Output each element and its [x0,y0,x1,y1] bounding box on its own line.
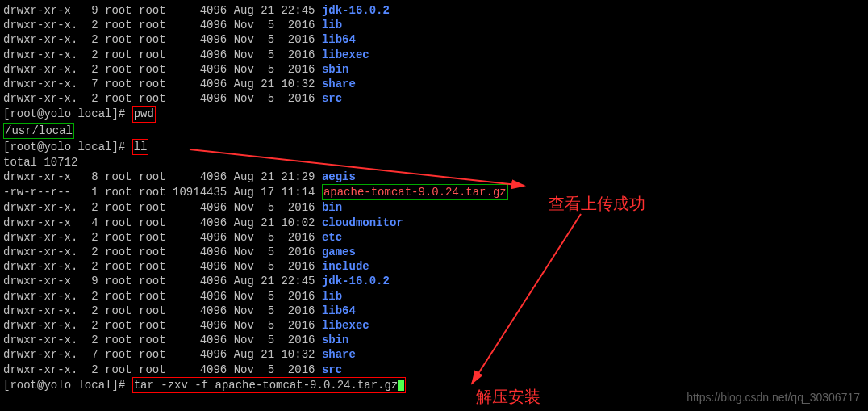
listing-row: drwxr-xr-x. 7 root root 4096 Aug 21 10:3… [3,77,865,91]
cmd-pwd: pwd [132,106,156,122]
terminal-output[interactable]: drwxr-xr-x 9 root root 4096 Aug 21 22:45… [3,3,865,393]
pwd-output: /usr/local [3,123,865,139]
listing-row: drwxr-xr-x. 2 root root 4096 Nov 5 2016 … [3,245,865,259]
cursor-icon [398,380,404,391]
annotation-upload-success: 查看上传成功 [549,193,645,214]
listing-row: drwxr-xr-x. 2 root root 4096 Nov 5 2016 … [3,200,865,215]
listing-row: drwxr-xr-x. 7 root root 4096 Aug 21 10:3… [3,347,865,362]
cmd-ll: ll [132,139,149,155]
listing-row: drwxr-xr-x. 2 root root 4096 Nov 5 2016 … [3,62,865,77]
listing-row: drwxr-xr-x 4 root root 4096 Aug 21 10:02… [3,216,865,230]
listing-row: drwxr-xr-x. 2 root root 4096 Nov 5 2016 … [3,363,865,377]
total-line: total 10712 [3,155,865,170]
listing-row: drwxr-xr-x. 2 root root 4096 Nov 5 2016 … [3,259,865,274]
listing-row: drwxr-xr-x. 2 root root 4096 Nov 5 2016 … [3,91,865,106]
prompt-line-pwd: [root@yolo local]# pwd [3,106,865,122]
listing-row: drwxr-xr-x 9 root root 4096 Aug 21 22:45… [3,3,865,18]
listing-row: drwxr-xr-x. 2 root root 4096 Nov 5 2016 … [3,318,865,333]
annotation-extract-install: 解压安装 [476,386,540,407]
listing-row: drwxr-xr-x. 2 root root 4096 Nov 5 2016 … [3,18,865,32]
listing-row: drwxr-xr-x 8 root root 4096 Aug 21 21:29… [3,170,865,184]
listing-row: drwxr-xr-x 9 root root 4096 Aug 21 22:45… [3,274,865,288]
listing-row: drwxr-xr-x. 2 root root 4096 Nov 5 2016 … [3,289,865,304]
prompt-line-ll: [root@yolo local]# ll [3,139,865,155]
listing-row: drwxr-xr-x. 2 root root 4096 Nov 5 2016 … [3,304,865,318]
listing-row: drwxr-xr-x. 2 root root 4096 Nov 5 2016 … [3,230,865,245]
listing-row: -rw-r--r-- 1 root root 10914435 Aug 17 1… [3,184,865,200]
listing-row: drwxr-xr-x. 2 root root 4096 Nov 5 2016 … [3,32,865,47]
listing-row: drwxr-xr-x. 2 root root 4096 Nov 5 2016 … [3,333,865,347]
watermark: https://blog.csdn.net/qq_30306717 [686,390,860,405]
cmd-tar: tar -zxv -f apache-tomcat-9.0.24.tar.gz [132,377,407,393]
listing-row: drwxr-xr-x. 2 root root 4096 Nov 5 2016 … [3,48,865,62]
